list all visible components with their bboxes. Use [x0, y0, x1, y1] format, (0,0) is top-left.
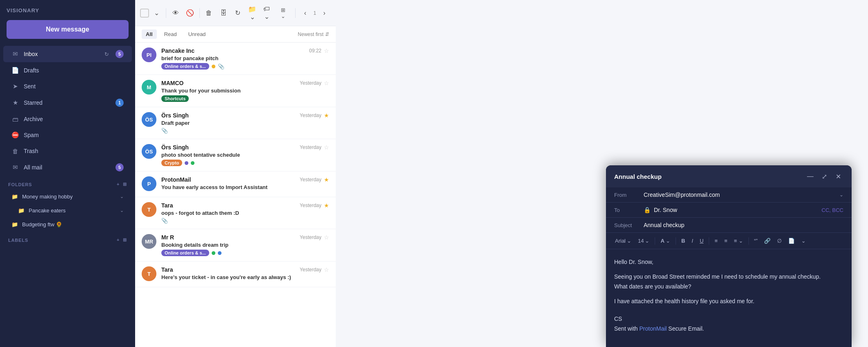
add-label-icon[interactable]: + [117, 237, 120, 243]
expand-compose-button[interactable]: ⤢ [819, 171, 830, 182]
email-item[interactable]: MMAMCOYesterday☆Thank you for your submi… [135, 75, 336, 107]
move-icon[interactable]: 📁 ⌄ [245, 6, 259, 20]
chevron-down-btn[interactable]: ⌄ [150, 6, 163, 20]
email-subject: photo shoot tentative schedule [161, 152, 329, 158]
attachment-btn[interactable]: 📄 [786, 236, 797, 246]
sidebar-item-label-sent: Sent [24, 83, 124, 90]
email-list-panel: ⌄ 👁 🚫 🗑 🗄 ↻ 📁 ⌄ 🏷 ⌄ ⊞ ⌄ ‹ 1 › All Read U… [135, 0, 336, 347]
clear-format-btn[interactable]: ∅ [775, 236, 784, 246]
align-btn[interactable]: ≡ ⌄ [731, 236, 745, 246]
label-icon[interactable]: 🏷 ⌄ [260, 6, 274, 20]
email-content: Örs SinghYesterday☆photo shoot tentative… [161, 144, 329, 166]
font-size-btn[interactable]: 14 ⌄ [635, 236, 652, 246]
star-icon[interactable]: ☆ [324, 47, 329, 54]
email-subject: Here's your ticket - in case you're earl… [161, 274, 329, 280]
spam-icon: ⛔ [11, 131, 19, 139]
from-dropdown-icon[interactable]: ⌄ [839, 192, 843, 198]
star-icon[interactable]: ☆ [324, 144, 329, 151]
email-content: MAMCOYesterday☆Thank you for your submis… [161, 80, 329, 102]
sidebar-item-label-starred: Starred [24, 99, 111, 106]
sidebar-item-label-drafts: Drafts [24, 67, 124, 74]
email-item[interactable]: MRMr RYesterday☆Booking details dream tr… [135, 229, 336, 261]
sort-control[interactable]: Newest first ⇵ [298, 32, 329, 37]
cc-bcc-button[interactable]: CC, BCC [822, 207, 843, 213]
select-all-checkbox[interactable] [140, 9, 149, 18]
layout-button[interactable]: ⊞ ⌄ [274, 5, 292, 22]
attachment-icon: 📎 [218, 63, 224, 70]
view-icon[interactable]: 👁 [169, 6, 182, 20]
next-page-btn[interactable]: › [318, 6, 331, 20]
ordered-list-btn[interactable]: ≡ [712, 236, 720, 246]
unordered-list-btn[interactable]: ≡ [722, 236, 730, 246]
compose-body[interactable]: Hello Dr. Snow, Seeing you on Broad Stre… [606, 249, 852, 347]
email-toolbar: ⌄ 👁 🚫 🗑 🗄 ↻ 📁 ⌄ 🏷 ⌄ ⊞ ⌄ ‹ 1 › [135, 0, 336, 26]
folder-item-pancake-eaters[interactable]: 📁Pancake eaters⌄ [3, 204, 132, 217]
star-icon[interactable]: ★ [324, 112, 329, 119]
sidebar-item-starred[interactable]: ★Starred1 [3, 95, 132, 111]
filter-tab-unread[interactable]: Unread [184, 29, 210, 39]
email-time: Yesterday [300, 177, 321, 183]
all-mail-icon: ✉ [11, 164, 19, 171]
email-from: MAMCO [161, 80, 183, 86]
email-item[interactable]: PIPancake Inc09:22☆brief for pancake pit… [135, 43, 336, 75]
email-avatar: M [142, 80, 156, 95]
underline-btn[interactable]: U [697, 236, 706, 246]
email-time: Yesterday [300, 267, 321, 273]
archive-icon[interactable]: 🗄 [217, 6, 230, 20]
sidebar-item-trash[interactable]: 🗑Trash [3, 143, 132, 159]
star-icon[interactable]: ☆ [324, 266, 329, 273]
email-item[interactable]: TTaraYesterday★oops - forgot to attach t… [135, 197, 336, 229]
more-formatting-btn[interactable]: ⌄ [799, 236, 808, 246]
subject-input[interactable] [644, 222, 843, 228]
folder-label-money-making-hobby: Money making hobby [22, 194, 116, 200]
email-content: Örs SinghYesterday★Draft paper📎 [161, 112, 329, 134]
link-btn[interactable]: 🔗 [762, 236, 773, 246]
email-from: ProtonMail [161, 176, 191, 183]
compose-header: Annual checkup — ⤢ ✕ [606, 165, 852, 187]
sidebar-item-all-mail[interactable]: ✉All mail5 [3, 159, 132, 176]
manage-labels-icon[interactable]: ⊞ [123, 237, 127, 243]
folder-item-budgeting-ftw[interactable]: 📁Budgeting ftw 🌻 [3, 218, 132, 231]
sidebar-item-sent[interactable]: ➤Sent [3, 79, 132, 94]
close-compose-button[interactable]: ✕ [833, 171, 843, 182]
add-folder-icon[interactable]: + [117, 182, 120, 187]
email-subject: Draft paper [161, 120, 329, 126]
prev-page-btn[interactable]: ‹ [299, 6, 312, 20]
sidebar-item-spam[interactable]: ⛔Spam [3, 127, 132, 143]
email-time: Yesterday [300, 234, 321, 240]
star-icon[interactable]: ★ [324, 176, 329, 183]
font-family-btn[interactable]: Arial ⌄ [613, 236, 634, 246]
manage-folders-icon[interactable]: ⊞ [123, 182, 127, 187]
sidebar-item-drafts[interactable]: 📄Drafts [3, 63, 132, 78]
minimize-compose-button[interactable]: — [805, 171, 816, 182]
filter-tab-all[interactable]: All [142, 29, 157, 39]
sidebar-item-archive[interactable]: 🗃Archive [3, 111, 132, 127]
email-item[interactable]: TTaraYesterday☆Here's your ticket - in c… [135, 261, 336, 287]
refresh-icon-inbox[interactable]: ↻ [104, 51, 109, 57]
blockquote-btn[interactable]: “” [752, 236, 760, 246]
star-icon[interactable]: ☆ [324, 80, 329, 86]
email-avatar: T [142, 266, 156, 281]
refresh-icon[interactable]: ↻ [231, 6, 244, 20]
sidebar-item-inbox[interactable]: ✉Inbox↻5 [3, 46, 132, 62]
star-icon[interactable]: ☆ [324, 234, 329, 241]
new-message-button[interactable]: New message [7, 20, 129, 39]
italic-btn[interactable]: I [689, 236, 696, 246]
email-item[interactable]: PProtonMailYesterday★You have early acce… [135, 171, 336, 197]
delete-icon[interactable]: 🗑 [202, 6, 216, 20]
email-avatar: ÖS [142, 112, 156, 127]
inbox-icon: ✉ [11, 50, 19, 58]
font-color-btn[interactable]: A ⌄ [658, 236, 672, 246]
filter-tab-read[interactable]: Read [160, 29, 181, 39]
folder-item-money-making-hobby[interactable]: 📁Money making hobby⌄ [3, 190, 132, 203]
bold-btn[interactable]: B [679, 236, 687, 246]
compose-formatting-toolbar: Arial ⌄ 14 ⌄ A ⌄ B I U ≡ ≡ ≡ ⌄ “” 🔗 ∅ 📄 … [606, 233, 852, 249]
email-tag: Online orders & s... [161, 250, 209, 256]
email-item[interactable]: ÖSÖrs SinghYesterday☆photo shoot tentati… [135, 139, 336, 171]
hide-icon[interactable]: 🚫 [183, 6, 197, 20]
star-icon[interactable]: ★ [324, 202, 329, 209]
email-subject: Thank you for your submission [161, 88, 329, 94]
email-time: Yesterday [300, 144, 321, 150]
email-item[interactable]: ÖSÖrs SinghYesterday★Draft paper📎 [135, 107, 336, 139]
protonmail-link[interactable]: ProtonMail [639, 325, 667, 332]
